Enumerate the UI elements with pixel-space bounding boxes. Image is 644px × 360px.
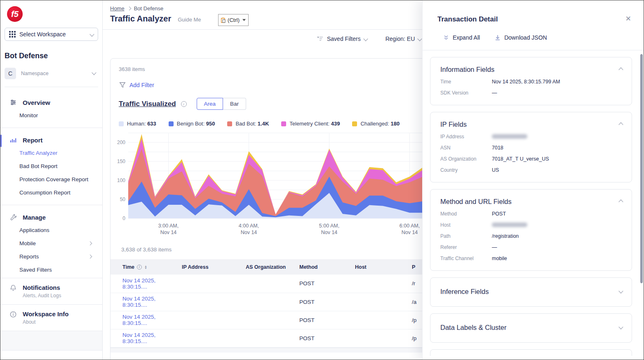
- transaction-time-link[interactable]: Nov 14 2025, 8:30:15....: [122, 296, 155, 308]
- region-dropdown[interactable]: Region: EU: [385, 36, 422, 42]
- sidebar-item-bad-bot-report[interactable]: Bad Bot Report: [0, 159, 102, 173]
- field-label: Referer: [440, 244, 492, 250]
- breadcrumb-home-link[interactable]: Home: [110, 5, 125, 12]
- sidebar-item-label: Protection Coverage Report: [19, 176, 88, 182]
- namespace-selector[interactable]: C Namespace: [5, 68, 98, 87]
- expand-all-label: Expand All: [453, 34, 480, 41]
- field-label: SDK Version: [440, 90, 492, 96]
- field-row: Referer—: [440, 244, 622, 250]
- sidebar-item-report[interactable]: Report: [0, 134, 102, 146]
- workspace-selector[interactable]: Select Workspace: [5, 28, 98, 41]
- sidebar-item-saved-filters[interactable]: Saved Filters: [0, 263, 102, 276]
- column-header-method[interactable]: Method: [296, 259, 352, 275]
- svg-text:100: 100: [117, 178, 125, 183]
- workspace-selector-label: Select Workspace: [19, 31, 87, 38]
- download-json-label: Download JSON: [504, 34, 547, 41]
- expand-all-button[interactable]: Expand All: [443, 34, 480, 41]
- panel-scrollbar[interactable]: [640, 54, 643, 358]
- legend-item-human[interactable]: Human: 633: [119, 121, 156, 127]
- legend-item-benign-bot[interactable]: Benign Bot: 950: [169, 121, 215, 127]
- chevron-down-icon: [418, 36, 422, 41]
- field-label: AS Organization: [440, 156, 492, 162]
- legend-item-telemetry-client[interactable]: Telemetry Client: 439: [281, 121, 340, 127]
- column-header-ip-address[interactable]: IP Address: [179, 259, 242, 275]
- paste-options-button[interactable]: (Ctrl): [218, 14, 249, 26]
- transaction-time-link[interactable]: Nov 14 2025, 8:30:15....: [122, 277, 155, 290]
- sidebar-item-overview[interactable]: Overview: [0, 96, 102, 109]
- legend-label: Telemetry Client: 439: [289, 121, 340, 127]
- sidebar: f5 Select Workspace Bot Defense C Namesp…: [0, 0, 103, 360]
- column-header-as-organization[interactable]: AS Organization: [242, 259, 296, 275]
- field-value: POST: [492, 211, 506, 217]
- panel-card-latency-fields: Latency Fields: [430, 349, 632, 356]
- toggle-area-button[interactable]: Area: [197, 98, 223, 110]
- app-window: f5 Select Workspace Bot Defense C Namesp…: [0, 0, 644, 360]
- sidebar-spacer: [0, 331, 102, 351]
- svg-text:Nov 14: Nov 14: [160, 230, 177, 235]
- sidebar-item-label: Bad Bot Report: [19, 163, 57, 169]
- panel-body: Information FieldsTimeNov 14 2025, 8:30:…: [423, 50, 644, 356]
- chevron-down-icon: [363, 36, 368, 41]
- column-header-host[interactable]: Host: [352, 259, 409, 275]
- method-cell: POST: [296, 275, 352, 293]
- download-json-button[interactable]: Download JSON: [495, 34, 547, 41]
- sidebar-item-label: Applications: [19, 227, 49, 233]
- field-label: Time: [440, 79, 492, 85]
- sidebar-item-mobile[interactable]: Mobile: [0, 237, 102, 250]
- sidebar-item-label: Consumption Report: [19, 189, 71, 196]
- namespace-avatar: C: [5, 68, 16, 79]
- toggle-bar-button[interactable]: Bar: [223, 98, 246, 110]
- info-icon: [9, 310, 17, 318]
- panel-card-inference-fields: Inference Fields: [430, 277, 632, 307]
- legend-label: Bad Bot: 1.4K: [235, 121, 269, 127]
- legend-swatch: [169, 121, 174, 126]
- guide-me-link[interactable]: Guide Me: [178, 17, 201, 23]
- legend-item-bad-bot[interactable]: Bad Bot: 1.4K: [227, 121, 269, 127]
- column-label: Time: [122, 264, 134, 270]
- sidebar-section-overview: OverviewMonitor: [0, 90, 102, 123]
- column-label: AS Organization: [246, 264, 286, 270]
- chevron-down-icon: [89, 32, 94, 36]
- sidebar-item-label: Mobile: [19, 240, 36, 246]
- field-value: —: [492, 244, 497, 250]
- sidebar-item-monitor[interactable]: Monitor: [0, 109, 102, 122]
- svg-text:150: 150: [117, 159, 125, 164]
- saved-filters-dropdown[interactable]: Saved Filters: [316, 35, 367, 43]
- legend-item-challenged[interactable]: Challenged: 180: [352, 121, 400, 127]
- chevron-right-icon: [88, 241, 92, 245]
- transaction-time-link[interactable]: Nov 14 2025, 8:30:15....: [122, 332, 155, 344]
- sidebar-item-applications[interactable]: Applications: [0, 223, 102, 237]
- transaction-time-link[interactable]: Nov 14 2025, 8:30:15....: [122, 314, 155, 326]
- sidebar-item-consumption-report[interactable]: Consumption Report: [0, 186, 102, 199]
- field-row: Host: [440, 222, 622, 228]
- sidebar-section-label: Overview: [23, 99, 50, 106]
- dropdown-arrow-icon: [242, 19, 246, 21]
- info-icon[interactable]: i: [181, 101, 187, 107]
- field-row: Traffic Channelmobile: [440, 256, 622, 261]
- sidebar-item-reports[interactable]: Reports: [0, 250, 102, 263]
- field-row: MethodPOST: [440, 211, 622, 217]
- field-value: US: [492, 167, 499, 173]
- sidebar-footer-label: Notifications: [23, 284, 61, 291]
- sidebar-item-traffic-analyzer[interactable]: Traffic Analyzer: [0, 146, 102, 159]
- sort-icon[interactable]: ▲▼: [144, 265, 147, 269]
- panel-card-data-labels-cluster: Data Labels & Cluster: [430, 313, 632, 343]
- info-icon[interactable]: i: [137, 265, 142, 270]
- saved-filters-label: Saved Filters: [327, 36, 361, 42]
- column-header-time[interactable]: Timei▲▼: [110, 259, 179, 275]
- method-cell: POST: [296, 311, 352, 329]
- sidebar-item-notifications[interactable]: NotificationsAlerts, Audit Logs: [0, 278, 102, 304]
- field-row: SDK Version—: [440, 90, 622, 96]
- close-icon[interactable]: ✕: [625, 15, 631, 22]
- field-value: —: [492, 90, 497, 96]
- sidebar-item-protection-coverage-report[interactable]: Protection Coverage Report: [0, 173, 102, 186]
- traffic-visualized-title[interactable]: Traffic Visualized: [119, 100, 176, 108]
- namespace-label: Namespace: [21, 71, 49, 76]
- sidebar-item-workspace-info[interactable]: Workspace InfoAbout: [0, 304, 102, 331]
- legend-swatch: [119, 121, 124, 126]
- chart-view-toggle: Area Bar: [197, 98, 247, 110]
- scrollbar-thumb[interactable]: [640, 54, 643, 283]
- sidebar-item-manage[interactable]: Manage: [0, 211, 102, 223]
- product-title: Bot Defense: [5, 52, 102, 60]
- breadcrumb-current: Bot Defense: [134, 5, 164, 12]
